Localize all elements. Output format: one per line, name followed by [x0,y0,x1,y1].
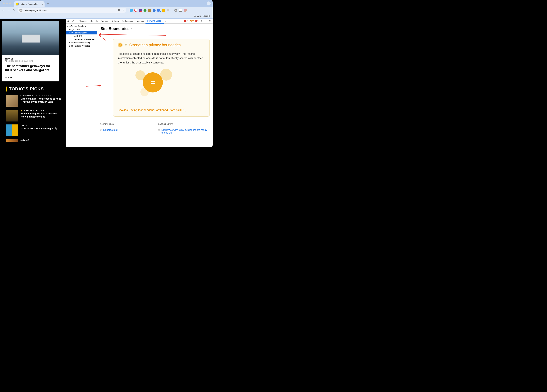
fence-icon: ⌗ [150,78,155,87]
devtools-panel: Elements Console Sources Network Perform… [66,19,213,147]
chips-link[interactable]: Cookies Having Independent Partitioned S… [118,108,186,112]
content-header: Site Boundaries▼ [97,24,213,34]
read-button[interactable]: READ [5,76,56,78]
pick-title: Remembering the year Christmas really di… [21,112,63,118]
tree-item-related-sets[interactable]: ⊟Related Website Sets [66,38,97,41]
hash-icon: # [125,43,127,47]
info-count[interactable]: ⚑74 [195,20,199,22]
extension-icons: 22 34 G ⋮ [130,8,191,12]
tab-privacy-sandbox[interactable]: Privacy Sandbox [145,19,164,24]
extensions-puzzle-icon[interactable] [167,9,170,12]
maximize-window-button[interactable] [9,2,11,4]
latest-news-heading: LATEST NEWS [158,123,210,125]
card-link-row: Cookies Having Independent Partitioned S… [118,108,205,113]
section-accent-bar [6,87,7,91]
tab-memory[interactable]: Memory [135,19,145,24]
close-window-button[interactable] [3,2,5,4]
tab-console[interactable]: Console [89,19,99,24]
news-link[interactable]: Digiday survey: Why publishers are ready… [162,128,210,134]
address-bar[interactable]: ⊟ nationalgeographic.com 👁 ☆ [17,8,126,13]
cookie-icon: ◯ [71,28,73,31]
pick-category: ENVIRONMENT [21,95,35,97]
pick-item[interactable]: TRAVEL What to pack for an overnight tri… [6,124,66,136]
separator [76,20,76,23]
sandbox-icon: ⊞ [68,25,71,27]
read-lines-icon [5,77,7,78]
new-tab-button[interactable]: + [47,2,49,5]
report-bug-link[interactable]: Report a bug [103,128,118,131]
error-count[interactable]: ✕27 [184,20,188,22]
tabs-dropdown-button[interactable]: ⌄ [207,1,211,6]
pick-category: HISTORY & CULTURE [24,110,44,111]
close-tab-button[interactable]: × [41,3,43,6]
tab-elements[interactable]: Elements [77,19,89,24]
close-devtools-button[interactable]: ✕ [209,20,211,22]
pick-category: ANIMALS [21,139,29,141]
quick-links-heading: QUICK LINKS [100,123,152,125]
more-tabs-button[interactable]: » [164,20,167,22]
browser-tab[interactable]: National Geographic × [14,1,45,7]
device-toolbar-icon[interactable] [70,20,75,22]
extension-icon[interactable] [144,9,146,12]
extension-icon[interactable] [130,9,133,12]
info-card: ⊕ # Strengthen privacy boundaries Propos… [113,39,210,116]
article-category: TRAVEL [5,58,56,60]
section-title: TODAY'S PICKS [9,86,44,91]
forward-button[interactable]: → [7,9,10,12]
extension-icon[interactable] [162,9,165,12]
advertising-icon: ✉ [71,42,73,44]
tab-performance[interactable]: Performance [120,19,135,24]
extension-icon[interactable]: 22 [139,9,142,12]
bookmark-star-icon[interactable]: ☆ [122,9,124,12]
tree-item-cookies[interactable]: ▶◯Cookies [66,28,97,31]
window-controls [3,2,11,4]
hero-image [2,20,59,55]
profile-avatar[interactable] [184,9,187,12]
tree-item-chips[interactable]: ◉CHIPS [66,34,97,38]
extension-icon[interactable] [153,9,156,12]
back-button[interactable]: ← [2,9,5,12]
article-subtitle: ADVENTURES EVERYWHERE [5,60,56,62]
pick-item[interactable]: ENVIRONMENT 2023 IN REVIEW Signs of alar… [6,95,66,107]
section-header: TODAY'S PICKS [6,86,66,91]
article-title: The best winter getaways for thrill seek… [5,64,56,72]
reload-button[interactable]: ⟳ [12,8,15,12]
devtools-content-pane[interactable]: Site Boundaries▼ ⊕ # Strengthen privacy … [97,24,213,147]
inspect-element-icon[interactable] [66,20,70,22]
devtools-menu-button[interactable]: ⋮ [204,20,207,22]
bullet-icon [158,129,160,131]
pick-thumbnail [6,124,18,136]
tree-root-privacy-sandbox[interactable]: ▼⊞Privacy Sandbox [66,25,97,28]
url-text: nationalgeographic.com [24,9,47,12]
warning-count[interactable]: ▲32 [190,20,194,22]
tree-item-site-boundaries[interactable]: ▼⇄Site Boundaries [66,31,97,34]
all-bookmarks-link[interactable]: All Bookmarks [197,15,210,17]
pick-thumbnail [6,110,18,122]
chrome-menu-button[interactable]: ⋮ [189,8,191,12]
shield-icon: ⛨ [71,45,73,47]
side-panel-icon[interactable] [179,9,182,12]
extension-icon[interactable]: 34 [157,9,160,12]
tree-item-private-advertising[interactable]: ▶✉Private Advertising [66,41,97,44]
dropdown-icon[interactable]: ▼ [131,28,132,30]
pick-item[interactable]: ANIMALS [6,139,66,142]
pick-title: What to pack for an overnight trip [21,127,57,130]
svg-rect-2 [73,20,74,22]
extension-icon[interactable] [134,9,137,12]
tree-item-tracking-protection[interactable]: ▶⛨Tracking Protection [66,44,97,48]
tab-sources[interactable]: Sources [99,19,110,24]
pick-item[interactable]: 🔒HISTORY & CULTURE Remembering the year … [6,110,66,122]
pick-title: Signs of alarm—and reasons to hope—for t… [21,97,63,103]
webpage-viewport[interactable]: TRAVEL ADVENTURES EVERYWHERE The best wi… [0,19,66,147]
privacy-eye-icon[interactable]: 👁 [118,9,120,12]
settings-gear-icon[interactable]: ⚙ [200,20,203,22]
tab-network[interactable]: Network [110,19,120,24]
folder-icon: 🗀 [194,15,196,17]
bookmarks-bar: 🗀 All Bookmarks [0,14,213,19]
google-account-icon[interactable]: G [174,9,177,12]
extension-icon[interactable] [148,9,151,12]
related-sets-icon: ⊟ [74,38,76,41]
hero-article-card[interactable]: TRAVEL ADVENTURES EVERYWHERE The best wi… [2,20,59,81]
site-info-icon[interactable]: ⊟ [20,9,22,12]
minimize-window-button[interactable] [6,2,8,4]
